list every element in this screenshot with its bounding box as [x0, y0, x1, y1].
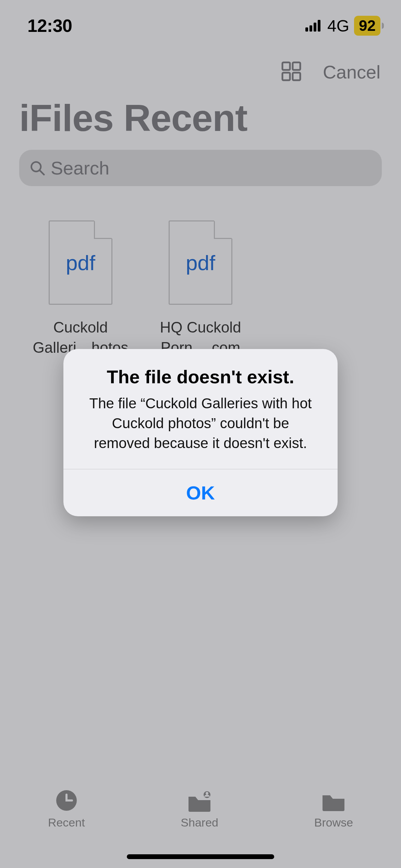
home-indicator[interactable]	[127, 854, 274, 859]
svg-rect-2	[282, 73, 290, 80]
alert-message: The file “Cuckold Galleries with hot Cuc…	[82, 394, 319, 453]
alert-dialog: The file doesn't exist. The file “Cuckol…	[63, 349, 338, 516]
nav-bar: Cancel	[0, 51, 401, 93]
status-right: 4G 92	[305, 16, 380, 36]
svg-line-5	[40, 170, 44, 174]
search-icon	[29, 160, 45, 176]
alert-ok-button[interactable]: OK	[63, 469, 338, 516]
page-title: iFiles Recent	[0, 93, 401, 150]
svg-rect-3	[293, 73, 300, 80]
svg-point-8	[206, 792, 208, 795]
svg-rect-1	[293, 62, 300, 70]
network-type: 4G	[327, 16, 349, 35]
folder-icon	[320, 788, 347, 812]
status-bar: 12:30 4G 92	[0, 0, 401, 51]
pdf-icon: pdf	[169, 220, 232, 305]
tab-recent[interactable]: Recent	[48, 788, 85, 829]
clock-icon	[53, 788, 80, 812]
search-placeholder: Search	[51, 157, 109, 179]
grid-view-icon[interactable]	[280, 60, 302, 84]
battery-indicator: 92	[354, 16, 380, 36]
search-field[interactable]: Search	[19, 150, 382, 186]
tab-browse[interactable]: Browse	[314, 788, 353, 829]
cell-signal-icon	[305, 20, 320, 32]
alert-title: The file doesn't exist.	[82, 366, 319, 387]
cancel-button[interactable]: Cancel	[323, 61, 380, 83]
tab-shared[interactable]: Shared	[181, 788, 218, 829]
pdf-icon: pdf	[49, 220, 112, 305]
shared-folder-icon	[186, 788, 213, 812]
svg-rect-0	[282, 62, 290, 70]
status-time: 12:30	[27, 15, 72, 36]
